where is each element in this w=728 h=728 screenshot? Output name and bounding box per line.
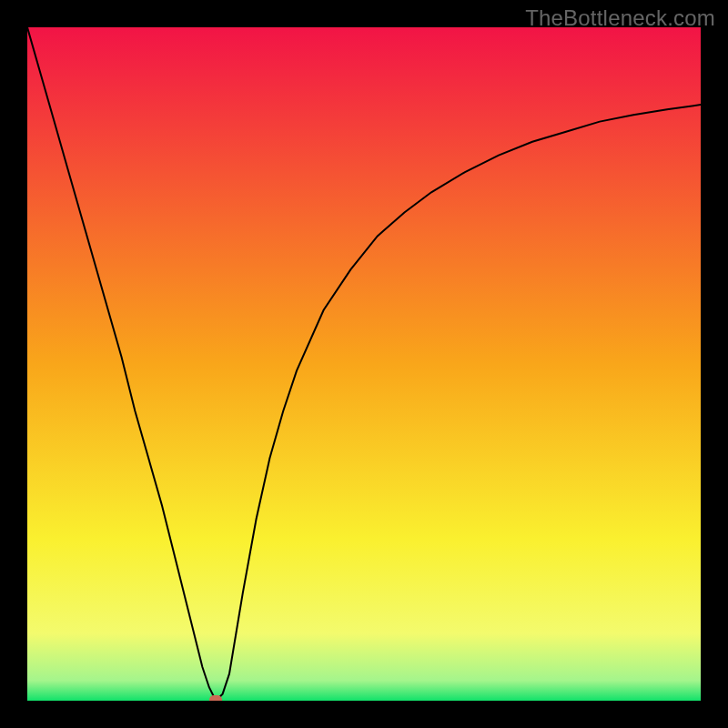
svg-rect-0: [27, 27, 701, 701]
watermark-text: TheBottleneck.com: [525, 5, 715, 31]
plot-area: [27, 27, 701, 701]
gradient-background: [27, 27, 701, 701]
minimum-marker: [209, 695, 222, 701]
chart-frame: TheBottleneck.com: [0, 0, 728, 728]
